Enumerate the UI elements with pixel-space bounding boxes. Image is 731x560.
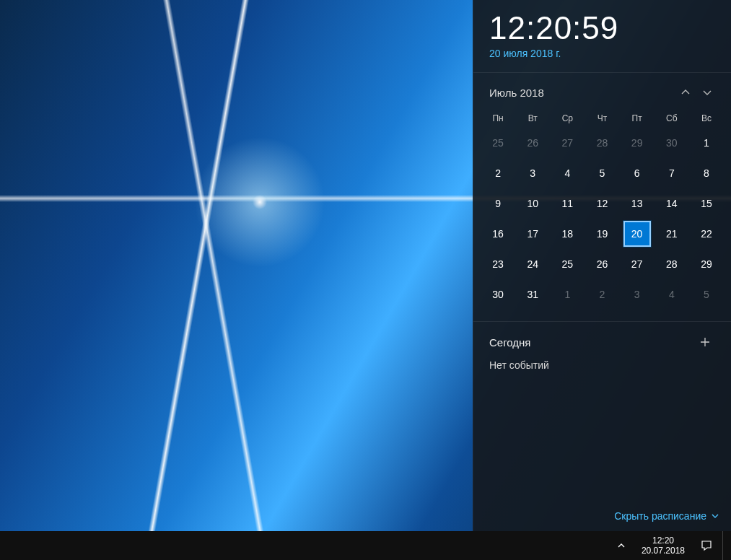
calendar-week-row: 2345678: [481, 158, 724, 188]
taskbar-clock-date: 20.07.2018: [642, 546, 685, 556]
calendar-day[interactable]: 4: [655, 279, 689, 310]
calendar-day[interactable]: 21: [655, 219, 689, 249]
day-of-week-header: Пн: [481, 109, 515, 128]
day-of-week-header: Вт: [515, 109, 550, 128]
calendar-day[interactable]: 12: [585, 188, 619, 219]
calendar-day[interactable]: 28: [655, 249, 689, 279]
show-desktop-button[interactable]: [722, 531, 727, 560]
calendar-day[interactable]: 16: [481, 219, 515, 249]
calendar-week-row: 303112345: [481, 279, 724, 310]
hide-schedule-link[interactable]: Скрыть расписание: [614, 510, 719, 522]
calendar-day[interactable]: 26: [515, 128, 550, 158]
prev-month-button[interactable]: [675, 82, 696, 103]
day-of-week-row: ПнВтСрЧтПтСбВс: [481, 109, 724, 128]
calendar-day[interactable]: 1: [550, 279, 585, 310]
agenda-section: Сегодня Нет событий: [473, 322, 731, 502]
day-of-week-header: Пт: [620, 109, 655, 128]
calendar-day[interactable]: 10: [515, 188, 550, 219]
calendar-day[interactable]: 29: [620, 128, 655, 158]
calendar-day-today[interactable]: 20: [620, 219, 655, 249]
calendar-day[interactable]: 9: [481, 188, 515, 219]
calendar-day[interactable]: 26: [585, 249, 619, 279]
calendar-day[interactable]: 14: [655, 188, 689, 219]
calendar-day[interactable]: 3: [515, 158, 550, 188]
calendar-day[interactable]: 8: [689, 158, 724, 188]
taskbar-clock-time: 12:20: [642, 535, 685, 546]
day-of-week-header: Сб: [655, 109, 689, 128]
calendar-week-row: 16171819202122: [481, 219, 724, 249]
day-of-week-header: Чт: [585, 109, 619, 128]
chevron-up-icon: [617, 541, 626, 550]
add-event-button[interactable]: [695, 332, 715, 352]
calendar-day[interactable]: 31: [515, 279, 550, 310]
flyout-clock-time: 12:20:59: [489, 10, 715, 46]
taskbar: 12:20 20.07.2018: [0, 531, 731, 560]
notification-icon: [701, 540, 712, 551]
calendar-day[interactable]: 25: [481, 128, 515, 158]
no-events-text: Нет событий: [489, 359, 715, 371]
calendar-day[interactable]: 25: [550, 249, 585, 279]
calendar-week-row: 9101112131415: [481, 188, 724, 219]
flyout-date-link[interactable]: 20 июля 2018 г.: [489, 48, 715, 59]
calendar-day[interactable]: 15: [689, 188, 724, 219]
calendar-day[interactable]: 3: [620, 279, 655, 310]
tray-overflow-button[interactable]: [611, 531, 631, 560]
calendar-day[interactable]: 11: [550, 188, 585, 219]
calendar-day[interactable]: 4: [550, 158, 585, 188]
month-label[interactable]: Июль 2018: [489, 87, 675, 99]
chevron-down-icon: [702, 87, 712, 97]
calendar-day[interactable]: 5: [689, 279, 724, 310]
hide-schedule-label: Скрыть расписание: [614, 510, 706, 522]
calendar-day[interactable]: 2: [585, 279, 619, 310]
calendar-day[interactable]: 22: [689, 219, 724, 249]
calendar-day[interactable]: 23: [481, 249, 515, 279]
agenda-title: Сегодня: [489, 336, 695, 349]
calendar-day[interactable]: 28: [585, 128, 619, 158]
calendar-day[interactable]: 2: [481, 158, 515, 188]
calendar-day[interactable]: 29: [689, 249, 724, 279]
calendar-week-row: 2526272829301: [481, 128, 724, 158]
day-of-week-header: Ср: [550, 109, 585, 128]
calendar-day[interactable]: 24: [515, 249, 550, 279]
system-tray: 12:20 20.07.2018: [611, 531, 731, 560]
calendar-day[interactable]: 27: [620, 249, 655, 279]
taskbar-clock[interactable]: 12:20 20.07.2018: [636, 535, 691, 556]
calendar-grid: ПнВтСрЧтПтСбВс 2526272829301234567891011…: [473, 106, 731, 315]
calendar-week-row: 23242526272829: [481, 249, 724, 279]
calendar-day[interactable]: 18: [550, 219, 585, 249]
clock-section: 12:20:59 20 июля 2018 г.: [473, 0, 731, 66]
chevron-down-icon: [711, 512, 719, 520]
calendar-day[interactable]: 30: [481, 279, 515, 310]
calendar-day[interactable]: 27: [550, 128, 585, 158]
action-center-button[interactable]: [695, 531, 718, 560]
day-of-week-header: Вс: [689, 109, 724, 128]
next-month-button[interactable]: [696, 82, 718, 103]
calendar-day[interactable]: 1: [689, 128, 724, 158]
calendar-day[interactable]: 17: [515, 219, 550, 249]
calendar-day[interactable]: 13: [620, 188, 655, 219]
plus-icon: [700, 337, 710, 347]
calendar-day[interactable]: 30: [655, 128, 689, 158]
hide-schedule-row: Скрыть расписание: [473, 502, 731, 531]
calendar-day-label: 20: [623, 221, 651, 247]
calendar-day[interactable]: 7: [655, 158, 689, 188]
month-header: Июль 2018: [473, 73, 731, 106]
calendar-day[interactable]: 19: [585, 219, 619, 249]
calendar-day[interactable]: 6: [620, 158, 655, 188]
calendar-flyout: 12:20:59 20 июля 2018 г. Июль 2018 ПнВтС…: [473, 0, 731, 531]
chevron-up-icon: [680, 87, 691, 97]
calendar-day[interactable]: 5: [585, 158, 619, 188]
